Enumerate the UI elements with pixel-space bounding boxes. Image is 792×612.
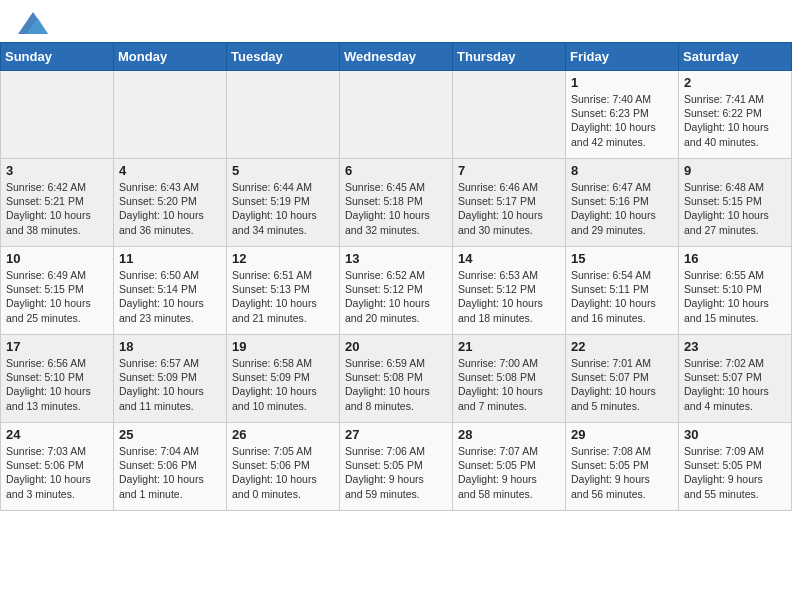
day-info: Sunrise: 6:42 AM Sunset: 5:21 PM Dayligh…: [6, 180, 108, 237]
calendar-cell: [453, 71, 566, 159]
day-info: Sunrise: 7:09 AM Sunset: 5:05 PM Dayligh…: [684, 444, 786, 501]
day-number: 26: [232, 427, 334, 442]
day-info: Sunrise: 6:45 AM Sunset: 5:18 PM Dayligh…: [345, 180, 447, 237]
calendar-cell: 4Sunrise: 6:43 AM Sunset: 5:20 PM Daylig…: [114, 159, 227, 247]
day-info: Sunrise: 7:06 AM Sunset: 5:05 PM Dayligh…: [345, 444, 447, 501]
day-number: 1: [571, 75, 673, 90]
calendar-cell: 12Sunrise: 6:51 AM Sunset: 5:13 PM Dayli…: [227, 247, 340, 335]
day-number: 13: [345, 251, 447, 266]
calendar-week-row: 1Sunrise: 7:40 AM Sunset: 6:23 PM Daylig…: [1, 71, 792, 159]
calendar-cell: 3Sunrise: 6:42 AM Sunset: 5:21 PM Daylig…: [1, 159, 114, 247]
day-number: 18: [119, 339, 221, 354]
day-info: Sunrise: 7:40 AM Sunset: 6:23 PM Dayligh…: [571, 92, 673, 149]
day-number: 17: [6, 339, 108, 354]
logo: [16, 12, 48, 34]
calendar-cell: 2Sunrise: 7:41 AM Sunset: 6:22 PM Daylig…: [679, 71, 792, 159]
calendar-cell: 6Sunrise: 6:45 AM Sunset: 5:18 PM Daylig…: [340, 159, 453, 247]
day-number: 5: [232, 163, 334, 178]
calendar-cell: 29Sunrise: 7:08 AM Sunset: 5:05 PM Dayli…: [566, 423, 679, 511]
logo-icon: [18, 12, 48, 34]
calendar-cell: 10Sunrise: 6:49 AM Sunset: 5:15 PM Dayli…: [1, 247, 114, 335]
calendar-cell: 20Sunrise: 6:59 AM Sunset: 5:08 PM Dayli…: [340, 335, 453, 423]
day-info: Sunrise: 6:44 AM Sunset: 5:19 PM Dayligh…: [232, 180, 334, 237]
day-number: 6: [345, 163, 447, 178]
day-info: Sunrise: 6:53 AM Sunset: 5:12 PM Dayligh…: [458, 268, 560, 325]
day-info: Sunrise: 6:46 AM Sunset: 5:17 PM Dayligh…: [458, 180, 560, 237]
calendar-cell: 26Sunrise: 7:05 AM Sunset: 5:06 PM Dayli…: [227, 423, 340, 511]
calendar-cell: 15Sunrise: 6:54 AM Sunset: 5:11 PM Dayli…: [566, 247, 679, 335]
calendar-cell: 25Sunrise: 7:04 AM Sunset: 5:06 PM Dayli…: [114, 423, 227, 511]
calendar-cell: 14Sunrise: 6:53 AM Sunset: 5:12 PM Dayli…: [453, 247, 566, 335]
day-info: Sunrise: 6:52 AM Sunset: 5:12 PM Dayligh…: [345, 268, 447, 325]
calendar-cell: 24Sunrise: 7:03 AM Sunset: 5:06 PM Dayli…: [1, 423, 114, 511]
day-info: Sunrise: 7:00 AM Sunset: 5:08 PM Dayligh…: [458, 356, 560, 413]
day-number: 2: [684, 75, 786, 90]
day-number: 20: [345, 339, 447, 354]
calendar-week-row: 3Sunrise: 6:42 AM Sunset: 5:21 PM Daylig…: [1, 159, 792, 247]
day-info: Sunrise: 7:03 AM Sunset: 5:06 PM Dayligh…: [6, 444, 108, 501]
day-info: Sunrise: 7:01 AM Sunset: 5:07 PM Dayligh…: [571, 356, 673, 413]
day-info: Sunrise: 6:54 AM Sunset: 5:11 PM Dayligh…: [571, 268, 673, 325]
day-info: Sunrise: 6:48 AM Sunset: 5:15 PM Dayligh…: [684, 180, 786, 237]
calendar-cell: 17Sunrise: 6:56 AM Sunset: 5:10 PM Dayli…: [1, 335, 114, 423]
calendar-cell: 5Sunrise: 6:44 AM Sunset: 5:19 PM Daylig…: [227, 159, 340, 247]
calendar-cell: 28Sunrise: 7:07 AM Sunset: 5:05 PM Dayli…: [453, 423, 566, 511]
day-number: 8: [571, 163, 673, 178]
day-number: 27: [345, 427, 447, 442]
day-number: 4: [119, 163, 221, 178]
day-of-week-header: Sunday: [1, 43, 114, 71]
day-info: Sunrise: 7:05 AM Sunset: 5:06 PM Dayligh…: [232, 444, 334, 501]
day-number: 23: [684, 339, 786, 354]
calendar-cell: 18Sunrise: 6:57 AM Sunset: 5:09 PM Dayli…: [114, 335, 227, 423]
calendar-cell: 22Sunrise: 7:01 AM Sunset: 5:07 PM Dayli…: [566, 335, 679, 423]
calendar-week-row: 17Sunrise: 6:56 AM Sunset: 5:10 PM Dayli…: [1, 335, 792, 423]
calendar-week-row: 10Sunrise: 6:49 AM Sunset: 5:15 PM Dayli…: [1, 247, 792, 335]
day-info: Sunrise: 7:07 AM Sunset: 5:05 PM Dayligh…: [458, 444, 560, 501]
day-number: 3: [6, 163, 108, 178]
calendar-cell: 30Sunrise: 7:09 AM Sunset: 5:05 PM Dayli…: [679, 423, 792, 511]
day-info: Sunrise: 6:43 AM Sunset: 5:20 PM Dayligh…: [119, 180, 221, 237]
day-number: 14: [458, 251, 560, 266]
calendar-cell: [114, 71, 227, 159]
header: [0, 0, 792, 42]
day-number: 7: [458, 163, 560, 178]
day-number: 11: [119, 251, 221, 266]
day-number: 15: [571, 251, 673, 266]
day-info: Sunrise: 6:59 AM Sunset: 5:08 PM Dayligh…: [345, 356, 447, 413]
calendar-cell: 13Sunrise: 6:52 AM Sunset: 5:12 PM Dayli…: [340, 247, 453, 335]
calendar-cell: 7Sunrise: 6:46 AM Sunset: 5:17 PM Daylig…: [453, 159, 566, 247]
day-info: Sunrise: 7:41 AM Sunset: 6:22 PM Dayligh…: [684, 92, 786, 149]
day-of-week-header: Friday: [566, 43, 679, 71]
day-info: Sunrise: 6:49 AM Sunset: 5:15 PM Dayligh…: [6, 268, 108, 325]
day-number: 29: [571, 427, 673, 442]
day-number: 9: [684, 163, 786, 178]
day-of-week-header: Saturday: [679, 43, 792, 71]
calendar-cell: [227, 71, 340, 159]
calendar-cell: 1Sunrise: 7:40 AM Sunset: 6:23 PM Daylig…: [566, 71, 679, 159]
day-number: 12: [232, 251, 334, 266]
day-info: Sunrise: 6:58 AM Sunset: 5:09 PM Dayligh…: [232, 356, 334, 413]
day-number: 19: [232, 339, 334, 354]
day-number: 22: [571, 339, 673, 354]
day-info: Sunrise: 6:56 AM Sunset: 5:10 PM Dayligh…: [6, 356, 108, 413]
day-of-week-header: Thursday: [453, 43, 566, 71]
calendar-header-row: SundayMondayTuesdayWednesdayThursdayFrid…: [1, 43, 792, 71]
calendar-cell: 27Sunrise: 7:06 AM Sunset: 5:05 PM Dayli…: [340, 423, 453, 511]
day-number: 30: [684, 427, 786, 442]
calendar: SundayMondayTuesdayWednesdayThursdayFrid…: [0, 42, 792, 511]
calendar-cell: 19Sunrise: 6:58 AM Sunset: 5:09 PM Dayli…: [227, 335, 340, 423]
day-number: 21: [458, 339, 560, 354]
day-number: 28: [458, 427, 560, 442]
calendar-cell: 9Sunrise: 6:48 AM Sunset: 5:15 PM Daylig…: [679, 159, 792, 247]
calendar-cell: 8Sunrise: 6:47 AM Sunset: 5:16 PM Daylig…: [566, 159, 679, 247]
calendar-cell: [340, 71, 453, 159]
day-info: Sunrise: 7:02 AM Sunset: 5:07 PM Dayligh…: [684, 356, 786, 413]
day-info: Sunrise: 6:55 AM Sunset: 5:10 PM Dayligh…: [684, 268, 786, 325]
day-number: 25: [119, 427, 221, 442]
calendar-week-row: 24Sunrise: 7:03 AM Sunset: 5:06 PM Dayli…: [1, 423, 792, 511]
calendar-cell: 21Sunrise: 7:00 AM Sunset: 5:08 PM Dayli…: [453, 335, 566, 423]
day-number: 10: [6, 251, 108, 266]
day-of-week-header: Wednesday: [340, 43, 453, 71]
day-info: Sunrise: 6:50 AM Sunset: 5:14 PM Dayligh…: [119, 268, 221, 325]
day-of-week-header: Tuesday: [227, 43, 340, 71]
